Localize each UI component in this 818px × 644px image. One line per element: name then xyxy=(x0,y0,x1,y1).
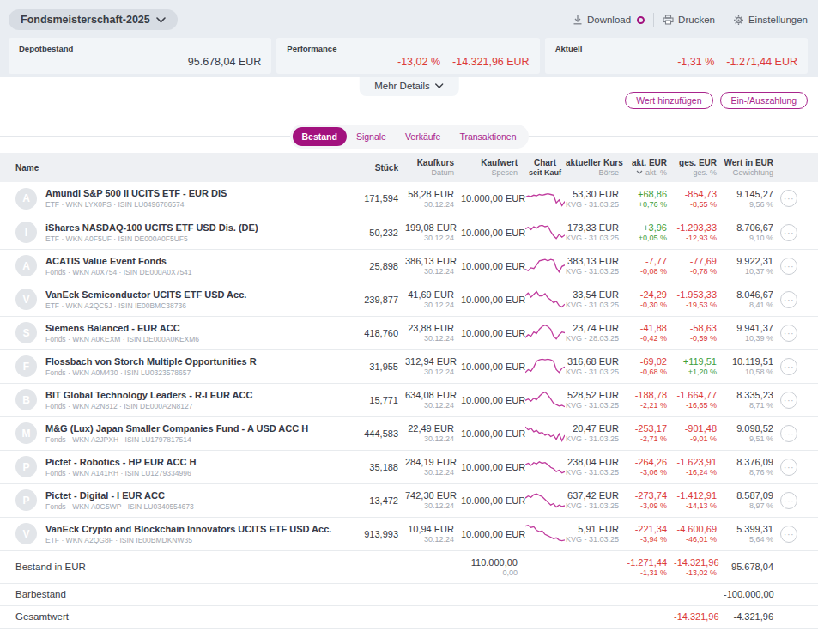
table-header-row: Name Stück KaufkursDatum KaufwertSpesen … xyxy=(0,153,818,182)
cell-wert: 9.145,279,56 % xyxy=(724,182,780,216)
cell-ges-eur: -58,63-0,59 % xyxy=(674,316,724,349)
cell-akt-eur: +3,96+0,05 % xyxy=(626,216,674,249)
fund-avatar: V xyxy=(15,289,37,310)
download-button[interactable]: Download xyxy=(573,15,645,25)
fund-name[interactable]: M&G (Lux) Japan Smaller Companies Fund -… xyxy=(45,423,308,434)
summary-box: Performance-13,02 %-14.321,96 EUR xyxy=(276,38,539,74)
col-name[interactable]: Name xyxy=(0,153,352,182)
fund-row[interactable]: F Flossbach von Storch Multiple Opportun… xyxy=(0,349,818,383)
fund-name[interactable]: iShares NASDAQ-100 UCITS ETF USD Dis. (D… xyxy=(45,222,258,233)
row-menu-button[interactable]: ··· xyxy=(780,190,797,207)
col-chart[interactable]: Chartseit Kauf xyxy=(524,153,566,182)
cell-ges-eur: -854,73-8,55 % xyxy=(674,182,724,216)
row-menu-button[interactable]: ··· xyxy=(780,325,797,342)
cell-kaufwert: 10.000,00 EUR xyxy=(461,450,524,483)
fund-row[interactable]: V VanEck Crypto and Blockchain Innovator… xyxy=(0,517,818,550)
fund-name[interactable]: VanEck Crypto and Blockchain Innovators … xyxy=(45,524,331,534)
fund-identifiers: ETF · WKN A2QC5J · ISIN IE00BMC38736 xyxy=(45,301,246,310)
sparkline-chart xyxy=(525,434,565,445)
fund-row[interactable]: A Amundi S&P 500 II UCITS ETF - EUR DIS … xyxy=(0,182,818,216)
fund-name[interactable]: BIT Global Technology Leaders - R-I EUR … xyxy=(45,390,252,400)
cell-kaufwert: 110.000,000,00 xyxy=(461,550,524,583)
cell-akt-kurs: 23,74 EURKVG - 28.03.25 xyxy=(566,316,626,349)
cell-wert: 9.941,3710,39 % xyxy=(724,316,780,349)
fund-name[interactable]: VanEck Semiconductor UCITS ETF USD Acc. xyxy=(45,289,246,300)
row-menu-button[interactable]: ··· xyxy=(780,492,797,509)
fund-row[interactable]: P Pictet - Robotics - HP EUR ACC H Fonds… xyxy=(0,450,818,483)
fund-name[interactable]: Flossbach von Storch Multiple Opportunit… xyxy=(45,356,257,367)
cell-wert: 5.399,315,64 % xyxy=(724,517,780,550)
cell-kaufwert: 10.000,00 EUR xyxy=(461,416,524,450)
more-details-button[interactable]: Mehr Details xyxy=(359,77,459,96)
row-menu-button[interactable]: ··· xyxy=(780,358,797,375)
summary-boxes: Depotbestand95.678,04 EURPerformance-13,… xyxy=(9,38,808,74)
fund-row[interactable]: M M&G (Lux) Japan Smaller Companies Fund… xyxy=(0,416,818,450)
fund-name[interactable]: ACATIS Value Event Fonds xyxy=(45,256,192,266)
tab-signale[interactable]: Signale xyxy=(347,127,396,146)
cell-kaufkurs: 634,08 EUR30.12.24 xyxy=(405,383,461,416)
fund-row[interactable]: B BIT Global Technology Leaders - R-I EU… xyxy=(0,383,818,416)
cell-wert: 8.587,098,97 % xyxy=(724,483,780,517)
sparkline-chart xyxy=(525,501,565,512)
cell-ges-eur: -901,48-9,01 % xyxy=(674,416,724,450)
portfolio-selector[interactable]: Fondsmeisterschaft-2025 xyxy=(9,9,178,30)
fund-identifiers: Fonds · WKN A2JPXH · ISIN LU1797817514 xyxy=(45,435,308,444)
cell-wert: 10.119,5110,58 % xyxy=(724,349,780,383)
fund-avatar: F xyxy=(15,355,37,377)
row-menu-button[interactable]: ··· xyxy=(780,425,797,442)
col-aktueller-kurs[interactable]: aktueller KursBörse xyxy=(566,153,626,182)
fund-row[interactable]: I iShares NASDAQ-100 UCITS ETF USD Dis. … xyxy=(0,216,818,249)
cell-akt-eur: -188,78-2,21 % xyxy=(626,383,674,416)
cell-akt-eur: -1.271,44-1,31 % xyxy=(626,550,674,583)
tab-bestand[interactable]: Bestand xyxy=(292,127,346,146)
col-wert[interactable]: Wert in EURGewichtung xyxy=(724,153,780,182)
fund-name[interactable]: Pictet - Digital - I EUR ACC xyxy=(45,490,194,501)
cell-akt-kurs: 528,52 EURKVG - 31.03.25 xyxy=(566,383,626,416)
cell-akt-eur: -7,77-0,08 % xyxy=(626,249,674,283)
pay-in-out-button[interactable]: Ein-/Auszahlung xyxy=(720,92,808,109)
cell-ges-eur: -1.953,33-19,53 % xyxy=(674,283,724,316)
fund-row[interactable]: S Siemens Balanced - EUR ACC Fonds · WKN… xyxy=(0,316,818,349)
row-menu-button[interactable]: ··· xyxy=(780,258,797,275)
col-kaufwert[interactable]: KaufwertSpesen xyxy=(461,153,524,182)
cell-kaufkurs: 23,88 EUR30.12.24 xyxy=(405,316,461,349)
summary-box-value: -13,02 % xyxy=(397,56,440,68)
tab-verkäufe[interactable]: Verkäufe xyxy=(396,127,450,146)
row-menu-button[interactable]: ··· xyxy=(780,526,797,543)
cell-actions: ··· xyxy=(780,416,818,450)
fund-name[interactable]: Amundi S&P 500 II UCITS ETF - EUR DIS xyxy=(45,188,227,198)
col-kaufkurs[interactable]: KaufkursDatum xyxy=(405,153,461,182)
sparkline-chart xyxy=(525,334,565,344)
cell-akt-eur: -221,34-3,94 % xyxy=(626,517,674,550)
fund-identifiers: Fonds · WKN A0X754 · ISIN DE000A0X7541 xyxy=(45,268,192,276)
cell-wert: 9.922,3110,37 % xyxy=(724,249,780,283)
fund-row[interactable]: P Pictet - Digital - I EUR ACC Fonds · W… xyxy=(0,483,818,517)
fund-row[interactable]: A ACATIS Value Event Fonds Fonds · WKN A… xyxy=(0,249,818,283)
summary-box-value: -1.271,44 EUR xyxy=(726,56,797,68)
cell-chart xyxy=(524,216,566,249)
fund-row[interactable]: V VanEck Semiconductor UCITS ETF USD Acc… xyxy=(0,283,818,316)
summary-box: Depotbestand95.678,04 EUR xyxy=(9,38,271,74)
settings-button[interactable]: Einstellungen xyxy=(733,15,808,26)
fund-name[interactable]: Pictet - Robotics - HP EUR ACC H xyxy=(45,457,196,467)
cell-chart xyxy=(524,483,566,517)
col-akt-eur[interactable]: akt. EURakt. % xyxy=(626,153,674,182)
print-button[interactable]: Drucken xyxy=(663,15,715,25)
cell-wert: -100.000,00 xyxy=(724,583,780,605)
row-menu-button[interactable]: ··· xyxy=(780,459,797,476)
row-menu-button[interactable]: ··· xyxy=(780,392,797,409)
tab-transaktionen[interactable]: Transaktionen xyxy=(450,127,525,146)
sparkline-chart xyxy=(525,468,565,478)
add-value-button[interactable]: Wert hinzufügen xyxy=(625,92,712,109)
col-ges-eur[interactable]: ges. EURges. % xyxy=(674,153,724,182)
row-menu-button[interactable]: ··· xyxy=(780,291,797,308)
row-menu-button[interactable]: ··· xyxy=(780,224,797,241)
cell-chart xyxy=(524,450,566,483)
fund-avatar: M xyxy=(15,422,37,444)
col-stueck[interactable]: Stück xyxy=(352,153,405,182)
summary-row: Barbestand -100.000,00 xyxy=(0,583,818,605)
cell-wert: 8.046,678,41 % xyxy=(724,283,780,316)
cell-ges-eur: -14.321,96-13,02 % xyxy=(674,550,724,583)
sparkline-chart xyxy=(525,401,565,411)
fund-name[interactable]: Siemens Balanced - EUR ACC xyxy=(45,323,199,333)
